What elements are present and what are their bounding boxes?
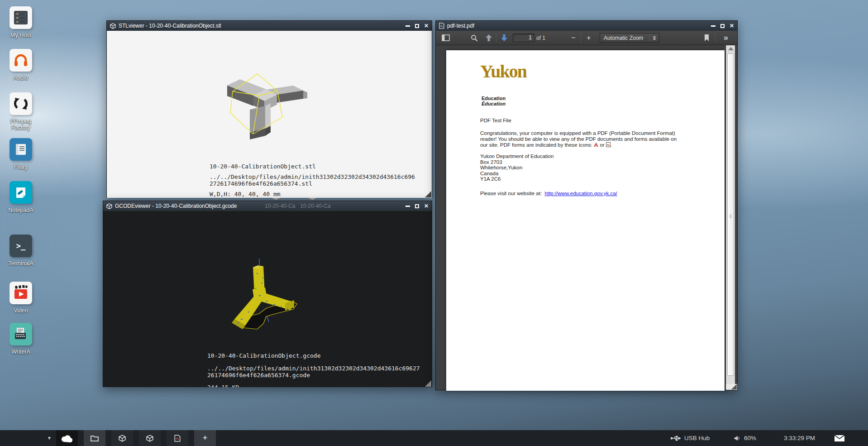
previous-page-button[interactable] [483,31,495,45]
toggle-sidebar-button[interactable] [439,31,452,45]
pdf-doc-icon [606,142,610,147]
desktop-icon-my-host[interactable]: My Host [4,6,38,38]
gcode-filename: 10-20-40-CalibrationObject.gcode [207,352,320,359]
minimize-button[interactable] [711,25,715,27]
desktop-icon-terminala[interactable]: >_ TerminalA [4,235,38,267]
taskbar-menu-button[interactable]: ▼ [42,430,57,446]
stlviewer-titlebar[interactable]: STLviewer - 10-20-40-CalibrationObject.s… [107,21,432,31]
taskbar: ▼ + USB Hub 60% 3:33:29 PM [0,430,868,446]
acrobat-icon [594,143,598,147]
stl-viewport[interactable]: 10-20-40-CalibrationObject.stl ../../Des… [107,31,432,198]
taskbar-files-button[interactable] [84,430,105,446]
close-button[interactable]: ✕ [424,24,429,28]
find-button[interactable] [468,31,480,45]
bookmark-button[interactable] [701,31,712,45]
gcode-path-line1: ../../Desktop/files/admin/inith31302d323… [207,365,420,372]
volume-status[interactable]: 60% [734,430,756,446]
hidden-icon-label: 10-20-40-Ca [265,203,295,209]
window-title: GCODEviewer - 10-20-40-CalibrationObject… [115,203,405,209]
stl-dimensions: W,D,H: 40, 40, 40 mm [210,191,281,197]
resize-corner[interactable] [726,384,737,390]
taskbar-stlviewer-button[interactable] [111,430,133,446]
gcode-filesize: 244.15 KB [207,384,239,387]
stl-path-line2: 2726174696f6e4f626a656374.stl [210,180,312,187]
pdf-content-area: Yukon Education Éducation PDF Test File … [436,45,737,390]
zoom-select[interactable]: Automatic Zoom [600,31,659,45]
gcode-viewport[interactable]: 10-20-40-CalibrationObject.gcode ../../D… [103,211,432,387]
speaker-icon [734,435,740,441]
desktop-icon-video[interactable]: Video [4,282,38,314]
logo-education-fr: Éducation [482,101,506,107]
desktop-icon-ffmpeg-factory[interactable]: FFmpeg Factory [4,92,38,131]
zoom-out-button[interactable]: − [568,31,579,45]
desktop-icon-label: Audio [4,75,38,81]
terminal-icon: >_ [10,235,32,257]
pdf-viewer-window: pdf-test.pdf ✕ 1 of 1 − + Automatic Z [435,20,738,390]
taskbar-cloud-button[interactable] [56,430,78,446]
taskbar-new-window-button[interactable]: + [194,430,216,446]
doc-paragraph-line1: Congratulations, your computer is equipp… [480,130,675,136]
taskbar-gcodeviewer-button[interactable] [139,430,161,446]
desktop-icon-label: TerminalA [4,260,38,267]
arrow-down-icon [501,34,507,41]
desktop-icon-notepada[interactable]: NotepadA [4,181,38,213]
close-button[interactable]: ✕ [730,24,734,28]
pdf-file-icon [174,435,181,442]
gcode-path-line2: 26174696f6e4f626a656374.gcode [207,372,310,379]
pdf-scrollbar[interactable] [726,45,735,385]
minimize-button[interactable] [405,206,410,207]
resize-grip[interactable] [425,380,431,387]
zoom-select-value: Automatic Zoom [600,35,649,41]
page-count-label: of 1 [536,31,552,45]
next-page-button[interactable] [498,31,510,45]
resize-grip[interactable] [425,191,431,197]
desktop-icon-label: Filary [4,164,38,170]
page-number-field[interactable]: 1 [513,31,534,45]
close-button[interactable]: ✕ [424,204,429,208]
volume-label: 60% [744,435,756,441]
doc-paragraph-line3: our site. PDF forms are indicated by the… [480,142,612,148]
search-icon [471,34,478,42]
zoom-in-button[interactable]: + [583,31,594,45]
typewriter-icon [10,323,32,345]
video-icon [10,282,32,304]
gcode-3d-model [103,211,432,387]
stlviewer-window: STLviewer - 10-20-40-CalibrationObject.s… [106,20,432,198]
scrollbar-thumb[interactable] [727,53,734,376]
cube-icon [110,23,116,29]
desktop-icon-label: NotepadA [4,207,38,213]
page-number-input[interactable]: 1 [513,34,534,42]
recycle-icon [10,92,32,115]
scroll-up-arrow-icon[interactable] [728,47,734,50]
clock[interactable]: 3:33:29 PM [784,430,815,446]
usb-status[interactable]: USB Hub [671,430,710,446]
arrow-up-icon [486,34,492,41]
cube-icon [146,435,153,442]
maximize-button[interactable] [415,24,419,28]
yukon-logo: Yukon [480,68,526,74]
address-line: Yukon Department of Education [480,153,553,159]
gcodeviewer-window: GCODEviewer - 10-20-40-CalibrationObject… [103,201,432,387]
pdf-toolbar: 1 of 1 − + Automatic Zoom » [436,31,737,45]
mail-status[interactable] [834,430,845,446]
more-tools-button[interactable]: » [719,31,733,45]
stl-filename: 10-20-40-CalibrationObject.stl [210,163,316,170]
pdf-titlebar[interactable]: pdf-test.pdf ✕ [436,21,737,31]
doc-heading: PDF Test File [480,118,511,124]
maximize-button[interactable] [720,24,725,28]
desktop-icon-filary[interactable]: Filary [4,138,38,170]
doc-paragraph-line2: reader! You should be able to view any o… [480,136,677,142]
website-link[interactable]: http://www.education.gov.yk.ca/ [545,191,617,196]
headphones-icon [10,49,32,72]
folder-icon [91,435,99,441]
desktop-icon-label: WriterA [4,349,38,355]
pdf-page[interactable]: Yukon Education Éducation PDF Test File … [446,50,725,391]
cube-icon [106,203,112,209]
taskbar-pdf-button[interactable] [167,430,188,446]
cloud-icon [61,434,73,442]
desktop-icon-audio[interactable]: Audio [4,49,38,81]
maximize-button[interactable] [415,204,419,208]
desktop-icon-writera[interactable]: WriterA [4,323,38,355]
minimize-button[interactable] [405,25,410,27]
book-icon [10,138,32,161]
